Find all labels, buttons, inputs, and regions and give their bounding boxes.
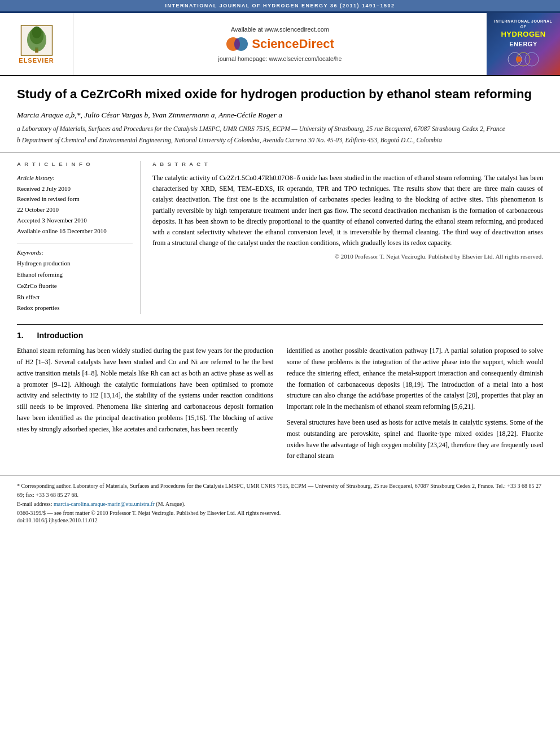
keywords-section: Keywords: Hydrogen production Ethanol re… (17, 249, 133, 314)
email-suffix: (M. Araque). (156, 501, 185, 507)
article-info-label: A R T I C L E I N F O (17, 161, 133, 167)
abstract-text: The catalytic activity of Ce2Zr1.5Co0.47… (152, 173, 543, 248)
article-history: Article history: Received 2 July 2010 Re… (17, 173, 133, 236)
keyword-3: CeZrCo fluorite (17, 281, 133, 292)
elsevier-logo-box: ELSEVIER (0, 13, 73, 75)
journal-cover-image: International Journal of HYDROGEN ENERGY (487, 13, 560, 75)
info-divider (17, 243, 133, 243)
journal-header: INTERNATIONAL JOURNAL OF HYDROGEN ENERGY… (0, 0, 560, 11)
article-info-column: A R T I C L E I N F O Article history: R… (17, 161, 141, 314)
intro-right-text-1: identified as another possible deactivat… (287, 346, 543, 413)
keyword-2: Ethanol reforming (17, 269, 133, 281)
journal-cover-graphic (506, 51, 540, 68)
elsevier-tree-icon (20, 25, 54, 56)
sciencedirect-center: Available at www.sciencedirect.com Scien… (73, 13, 487, 75)
intro-right-col: identified as another possible deactivat… (287, 346, 543, 466)
authors: Marcia Araque a,b,*, Julio César Vargas … (17, 111, 543, 120)
main-content: 1. Introduction Ethanol steam reforming … (0, 324, 560, 466)
corresponding-author: * Corresponding author. Laboratory of Ma… (17, 482, 543, 500)
paper-title: Study of a CeZrCoRh mixed oxide for hydr… (17, 86, 543, 103)
email-line: E-mail address: marcia-carolina.araque-m… (17, 500, 543, 509)
sd-wordmark: ScienceDirect (252, 37, 334, 51)
revised-date: 22 October 2010 (17, 206, 59, 213)
revised-label: Received in revised form (17, 195, 80, 202)
keyword-1: Hydrogen production (17, 258, 133, 269)
email-link[interactable]: marcia-carolina.araque-marin@etu.unistra… (54, 501, 155, 507)
svg-point-12 (525, 53, 539, 66)
available-date: Available online 16 December 2010 (17, 228, 107, 234)
journal-homepage: journal homepage: www.elsevier.com/locat… (218, 55, 342, 62)
abstract-column: A B S T R A C T The catalytic activity o… (152, 161, 543, 314)
intro-left-text: Ethanol steam reforming has been widely … (17, 346, 273, 435)
section-divider (17, 324, 543, 325)
abstract-label: A B S T R A C T (152, 161, 543, 167)
keyword-5: Redox properties (17, 303, 133, 314)
svg-point-5 (35, 48, 38, 51)
history-label: Article history: (17, 173, 133, 184)
affiliation-a: a Laboratory of Materials, Surfaces and … (17, 124, 543, 134)
keyword-4: Rh effect (17, 292, 133, 303)
affiliations: a Laboratory of Materials, Surfaces and … (17, 124, 543, 146)
abstract-copyright: © 2010 Professor T. Nejat Veziroglu. Pub… (152, 253, 543, 260)
doi-line: doi:10.1016/j.ijhydene.2010.11.012 (17, 517, 543, 523)
intro-right-text-2: Several structures have been used as hos… (287, 417, 543, 462)
keywords-list: Hydrogen production Ethanol reforming Ce… (17, 258, 133, 314)
footer: * Corresponding author. Laboratory of Ma… (0, 475, 560, 527)
authors-text: Marcia Araque a,b,*, Julio César Vargas … (17, 111, 282, 119)
sciencedirect-icon (226, 36, 248, 52)
top-row: ELSEVIER Available at www.sciencedirect.… (0, 13, 560, 76)
sciencedirect-logo: ScienceDirect (226, 36, 334, 52)
affiliation-b: b Department of Chemical and Environment… (17, 136, 543, 145)
svg-point-9 (234, 38, 240, 50)
introduction-columns: Ethanol steam reforming has been widely … (17, 346, 543, 466)
accepted-date: Accepted 3 November 2010 (17, 217, 87, 224)
section-title-text: Introduction (37, 331, 84, 340)
title-section: Study of a CeZrCoRh mixed oxide for hydr… (0, 76, 560, 153)
section-1-title: 1. Introduction (17, 331, 543, 340)
elsevier-wordmark: ELSEVIER (19, 57, 54, 64)
intro-left-col: Ethanol steam reforming has been widely … (17, 346, 273, 466)
corresponding-text: * Corresponding author. Laboratory of Ma… (17, 483, 541, 498)
section-number: 1. (17, 331, 24, 340)
journal-header-text: INTERNATIONAL JOURNAL OF HYDROGEN ENERGY… (165, 3, 395, 8)
article-info-abstract-section: A R T I C L E I N F O Article history: R… (0, 161, 560, 314)
issn-line: 0360-3199/$ — see front matter © 2010 Pr… (17, 510, 543, 516)
svg-point-4 (32, 26, 41, 38)
svg-point-13 (516, 56, 522, 62)
keywords-label: Keywords: (17, 249, 133, 256)
available-text: Available at www.sciencedirect.com (231, 26, 329, 33)
email-label: E-mail address: (17, 501, 52, 507)
received-date: Received 2 July 2010 (17, 185, 71, 192)
